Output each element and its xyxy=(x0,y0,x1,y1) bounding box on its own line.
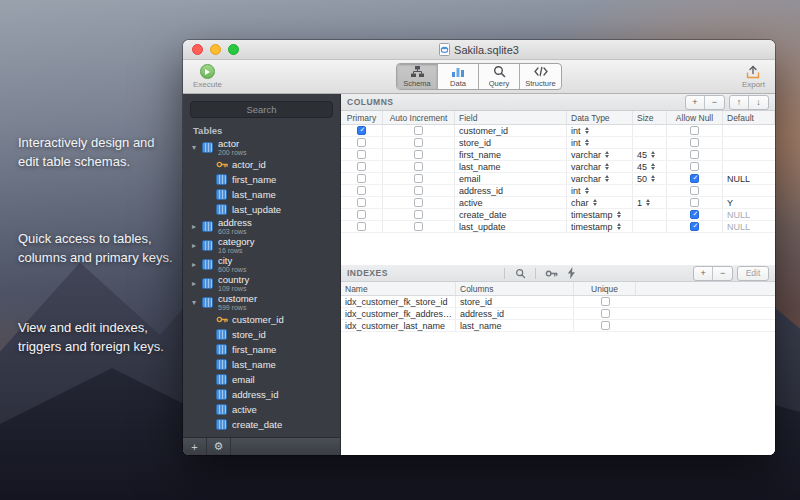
sidebar-column-item[interactable]: create_date xyxy=(183,417,340,432)
sidebar-column-item[interactable]: customer_id xyxy=(183,312,340,327)
size-cell[interactable] xyxy=(633,125,667,136)
execute-button[interactable]: Execute xyxy=(193,64,222,89)
checkbox[interactable] xyxy=(690,150,699,159)
zoom-button[interactable] xyxy=(228,44,239,55)
checkbox[interactable] xyxy=(414,222,423,231)
column-row[interactable]: store_idint xyxy=(341,137,775,149)
move-down-button[interactable]: ↓ xyxy=(749,96,768,109)
checkbox[interactable] xyxy=(690,210,699,219)
data-type-cell[interactable]: int xyxy=(567,185,633,196)
chevron-right-icon[interactable]: ▸ xyxy=(192,279,202,288)
sidebar-column-item[interactable]: last_update xyxy=(183,202,340,217)
tab-schema[interactable]: Schema xyxy=(397,64,438,89)
foreign-key-icon[interactable] xyxy=(543,268,559,279)
sidebar-table-item[interactable]: ▸country109 rows xyxy=(183,274,340,293)
sidebar-column-item[interactable]: first_name xyxy=(183,172,340,187)
default-cell[interactable] xyxy=(723,137,775,148)
chevron-right-icon[interactable]: ▸ xyxy=(192,260,202,269)
title-bar[interactable]: Sakila.sqlite3 xyxy=(183,40,775,60)
column-row[interactable]: address_idint xyxy=(341,185,775,197)
sidebar-column-item[interactable]: email xyxy=(183,372,340,387)
checkbox[interactable] xyxy=(414,186,423,195)
checkbox[interactable] xyxy=(357,150,366,159)
checkbox[interactable] xyxy=(601,309,610,318)
checkbox[interactable] xyxy=(414,150,423,159)
size-cell[interactable] xyxy=(633,209,667,220)
size-cell[interactable]: 45 xyxy=(633,149,667,160)
stepper-icon[interactable] xyxy=(617,211,621,218)
sidebar-column-item[interactable]: store_id xyxy=(183,327,340,342)
close-button[interactable] xyxy=(192,44,203,55)
checkbox[interactable] xyxy=(601,297,610,306)
sidebar-table-item[interactable]: ▾actor200 rows xyxy=(183,138,340,157)
column-row[interactable]: emailvarchar50NULL xyxy=(341,173,775,185)
checkbox[interactable] xyxy=(357,198,366,207)
column-row[interactable]: last_namevarchar45 xyxy=(341,161,775,173)
stepper-icon[interactable] xyxy=(646,199,650,206)
sidebar-table-item[interactable]: ▸address603 rows xyxy=(183,217,340,236)
gear-icon[interactable]: ⚙ xyxy=(207,438,231,455)
stepper-icon[interactable] xyxy=(605,175,609,182)
data-type-cell[interactable]: varchar xyxy=(567,149,633,160)
edit-index-button[interactable]: Edit xyxy=(738,267,768,280)
stepper-icon[interactable] xyxy=(651,163,655,170)
default-cell[interactable] xyxy=(723,161,775,172)
size-cell[interactable]: 1 xyxy=(633,197,667,208)
default-cell[interactable]: Y xyxy=(723,197,775,208)
checkbox[interactable] xyxy=(357,222,366,231)
default-cell[interactable]: NULL xyxy=(723,173,775,184)
index-row[interactable]: idx_customer_fk_addres…address_id xyxy=(341,308,775,320)
size-cell[interactable] xyxy=(633,185,667,196)
checkbox[interactable] xyxy=(414,210,423,219)
checkbox[interactable] xyxy=(357,186,366,195)
chevron-right-icon[interactable]: ▸ xyxy=(192,241,202,250)
chevron-down-icon[interactable]: ▾ xyxy=(192,298,202,307)
checkbox[interactable] xyxy=(601,321,610,330)
add-column-button[interactable]: + xyxy=(686,96,705,109)
checkbox[interactable] xyxy=(690,162,699,171)
export-button[interactable]: Export xyxy=(742,65,765,89)
checkbox[interactable] xyxy=(690,222,699,231)
size-cell[interactable] xyxy=(633,137,667,148)
checkbox[interactable] xyxy=(357,174,366,183)
size-cell[interactable] xyxy=(633,221,667,232)
tab-query[interactable]: Query xyxy=(479,64,520,89)
checkbox[interactable] xyxy=(690,174,699,183)
chevron-right-icon[interactable]: ▸ xyxy=(192,222,202,231)
chevron-down-icon[interactable]: ▾ xyxy=(192,143,202,152)
checkbox[interactable] xyxy=(414,198,423,207)
trigger-lightning-icon[interactable] xyxy=(563,267,579,279)
column-row[interactable]: first_namevarchar45 xyxy=(341,149,775,161)
checkbox[interactable] xyxy=(690,138,699,147)
data-type-cell[interactable]: timestamp xyxy=(567,209,633,220)
column-row[interactable]: create_datetimestampNULL xyxy=(341,209,775,221)
search-input[interactable] xyxy=(190,101,333,118)
default-cell[interactable] xyxy=(723,185,775,196)
data-type-cell[interactable]: int xyxy=(567,125,633,136)
tab-data[interactable]: Data xyxy=(438,64,479,89)
sidebar-table-item[interactable]: ▾customer599 rows xyxy=(183,293,340,312)
size-cell[interactable]: 45 xyxy=(633,161,667,172)
data-type-cell[interactable]: char xyxy=(567,197,633,208)
checkbox[interactable] xyxy=(414,126,423,135)
stepper-icon[interactable] xyxy=(651,175,655,182)
default-cell[interactable] xyxy=(723,125,775,136)
add-index-button[interactable]: + xyxy=(694,267,713,280)
sidebar-column-item[interactable]: active xyxy=(183,402,340,417)
checkbox[interactable] xyxy=(357,126,366,135)
stepper-icon[interactable] xyxy=(605,163,609,170)
checkbox[interactable] xyxy=(690,186,699,195)
sidebar-column-item[interactable]: address_id xyxy=(183,387,340,402)
checkbox[interactable] xyxy=(357,162,366,171)
tab-structure[interactable]: Structure xyxy=(520,64,561,89)
data-type-cell[interactable]: varchar xyxy=(567,161,633,172)
remove-column-button[interactable]: − xyxy=(705,96,724,109)
default-cell[interactable]: NULL xyxy=(723,209,775,220)
minimize-button[interactable] xyxy=(210,44,221,55)
checkbox[interactable] xyxy=(414,162,423,171)
stepper-icon[interactable] xyxy=(585,127,589,134)
stepper-icon[interactable] xyxy=(585,139,589,146)
data-type-cell[interactable]: varchar xyxy=(567,173,633,184)
sidebar-column-item[interactable]: actor_id xyxy=(183,157,340,172)
size-cell[interactable]: 50 xyxy=(633,173,667,184)
